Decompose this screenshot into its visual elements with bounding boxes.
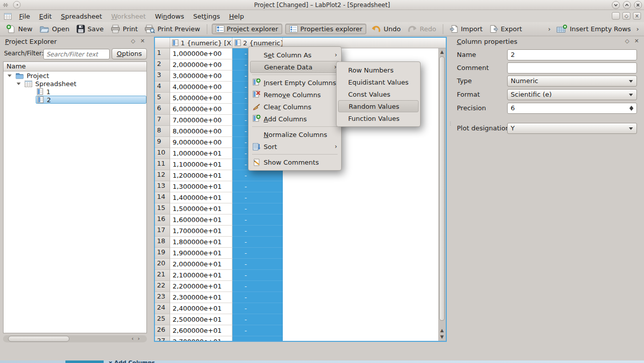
- cell-col1[interactable]: 2,200000e+01: [170, 281, 232, 292]
- cell-col1[interactable]: 1,000000e+00: [170, 48, 232, 59]
- row-header[interactable]: 7...: [155, 115, 170, 126]
- cell-col1[interactable]: 2,400000e+01: [170, 303, 232, 314]
- cell-col1[interactable]: 2,600000e+01: [170, 325, 232, 336]
- tree-item-1[interactable]: 1: [4, 88, 146, 96]
- menu-worksheet[interactable]: Worksheet: [107, 11, 150, 22]
- row-header[interactable]: 21...: [155, 270, 170, 281]
- menu-item-remove-columns[interactable]: Remove Columns: [250, 89, 340, 101]
- menu-item-normalize-columns[interactable]: Normalize Columns: [250, 128, 340, 140]
- menu-item-show-comments[interactable]: Show Comments: [250, 156, 340, 168]
- cell-col2-selected[interactable]: -: [232, 237, 283, 248]
- open-button[interactable]: Open: [36, 24, 73, 34]
- cell-col2-selected[interactable]: -: [232, 303, 283, 314]
- cell-col2-selected[interactable]: -: [232, 325, 283, 336]
- row-header[interactable]: 16...: [155, 214, 170, 226]
- cell-col1[interactable]: 1,600000e+01: [170, 214, 232, 226]
- tree-header-name[interactable]: Name: [4, 62, 146, 71]
- project-explorer-toggle[interactable]: Project explorer: [212, 24, 282, 34]
- tree-item-spreadsheet[interactable]: Spreadsheet: [4, 80, 146, 88]
- scroll-up-icon[interactable]: ▲: [438, 328, 446, 333]
- menu-item-random-values[interactable]: Random Values: [338, 100, 419, 112]
- row-header[interactable]: 14...: [155, 192, 170, 203]
- tree-selection[interactable]: 2: [36, 96, 146, 104]
- cell-col2-selected[interactable]: -: [232, 226, 283, 237]
- menu-item-equidistant-values[interactable]: Equidistant Values: [338, 76, 419, 88]
- cell-col2-selected[interactable]: -: [232, 203, 283, 214]
- tree-item-project[interactable]: Project: [4, 71, 146, 80]
- corner-header-cell[interactable]: [155, 38, 170, 48]
- new-button[interactable]: New: [3, 24, 36, 35]
- mdi-close-button[interactable]: ×: [633, 12, 641, 20]
- cell-col1[interactable]: 9,000000e+00: [170, 137, 232, 148]
- row-header[interactable]: 9...: [155, 137, 170, 148]
- row-header[interactable]: 1...: [155, 48, 170, 59]
- cell-col1[interactable]: 2,000000e+01: [170, 259, 232, 270]
- cell-col2-selected[interactable]: -: [232, 214, 283, 226]
- column-header-1[interactable]: 1 {numeric} [X]: [170, 38, 232, 48]
- expander-icon[interactable]: [8, 71, 15, 80]
- menu-item-insert-empty-columns[interactable]: Insert Empty Columns: [250, 77, 340, 89]
- row-header[interactable]: 18...: [155, 237, 170, 248]
- row-header[interactable]: 27...: [155, 336, 170, 341]
- minimize-button[interactable]: [612, 1, 620, 9]
- menu-settings[interactable]: Settings: [189, 11, 224, 22]
- cell-col1[interactable]: 6,000000e+00: [170, 104, 232, 115]
- cell-col1[interactable]: 1,700000e+01: [170, 226, 232, 237]
- cell-col2-selected[interactable]: -: [232, 192, 283, 203]
- format-select[interactable]: Scientific (e): [507, 89, 637, 100]
- row-header[interactable]: 12...: [155, 170, 170, 181]
- insert-empty-rows-button[interactable]: Insert Empty Rows: [553, 24, 634, 34]
- row-header[interactable]: 2...: [155, 59, 170, 70]
- spin-down-icon[interactable]: [629, 108, 633, 111]
- cell-col1[interactable]: 5,000000e+00: [170, 93, 232, 104]
- row-header[interactable]: 23...: [155, 292, 170, 303]
- cell-col2-selected[interactable]: -: [232, 259, 283, 270]
- cell-col1[interactable]: 4,000000e+00: [170, 82, 232, 93]
- mdi-detach-button[interactable]: ◇: [622, 12, 630, 20]
- row-header[interactable]: 25...: [155, 314, 170, 325]
- tree-item-body[interactable]: Spreadsheet: [24, 80, 146, 88]
- cell-col2-selected[interactable]: -: [232, 270, 283, 281]
- toolbar-overflow-chevron[interactable]: ›: [546, 25, 552, 33]
- window-menu-button[interactable]: [13, 1, 21, 9]
- cell-col1[interactable]: 1,200000e+01: [170, 170, 232, 181]
- row-header[interactable]: 3...: [155, 70, 170, 82]
- row-header[interactable]: 11...: [155, 159, 170, 170]
- row-header[interactable]: 10...: [155, 148, 170, 159]
- save-button[interactable]: Save: [73, 24, 107, 34]
- print-button[interactable]: Print: [107, 24, 141, 34]
- cell-col1[interactable]: 2,700000e+01: [170, 336, 232, 341]
- search-input[interactable]: [43, 49, 110, 59]
- menu-edit[interactable]: Edit: [35, 11, 56, 22]
- name-field[interactable]: 2: [507, 49, 637, 60]
- cell-col1[interactable]: 3,000000e+00: [170, 70, 232, 82]
- options-button[interactable]: Options: [112, 48, 147, 59]
- cell-col2-selected[interactable]: -: [232, 248, 283, 259]
- row-header[interactable]: 17...: [155, 226, 170, 237]
- cell-col1[interactable]: 1,100000e+01: [170, 159, 232, 170]
- tree-item-body[interactable]: Project: [15, 71, 146, 80]
- import-button[interactable]: Import: [446, 24, 486, 34]
- row-header[interactable]: 8...: [155, 126, 170, 137]
- row-header[interactable]: 6...: [155, 104, 170, 115]
- cell-col1[interactable]: 1,500000e+01: [170, 203, 232, 214]
- cell-col1[interactable]: 1,900000e+01: [170, 248, 232, 259]
- maximize-button[interactable]: [623, 1, 631, 9]
- cell-col1[interactable]: 7,000000e+00: [170, 115, 232, 126]
- row-header[interactable]: 19...: [155, 248, 170, 259]
- horizontal-scrollbar[interactable]: ‹›: [3, 335, 147, 342]
- row-header[interactable]: 4...: [155, 82, 170, 93]
- row-header[interactable]: 22...: [155, 281, 170, 292]
- cell-col2-selected[interactable]: -: [232, 181, 283, 192]
- properties-explorer-toggle[interactable]: Properties explorer: [285, 24, 367, 34]
- menu-item-clear-columns[interactable]: Clear Columns: [250, 101, 340, 113]
- menu-item-sort[interactable]: Sort›: [250, 140, 340, 153]
- menu-spreadsheet[interactable]: Spreadsheet: [56, 11, 107, 22]
- menu-help[interactable]: Help: [224, 11, 249, 22]
- export-button[interactable]: Export: [486, 24, 526, 34]
- menu-item-set-column-as[interactable]: Set Column As›: [250, 49, 340, 61]
- cell-col2-selected[interactable]: -: [232, 314, 283, 325]
- print-preview-button[interactable]: Print Preview: [141, 24, 204, 34]
- menu-item-const-values[interactable]: Const Values: [338, 88, 419, 100]
- undo-button[interactable]: Undo: [368, 24, 404, 34]
